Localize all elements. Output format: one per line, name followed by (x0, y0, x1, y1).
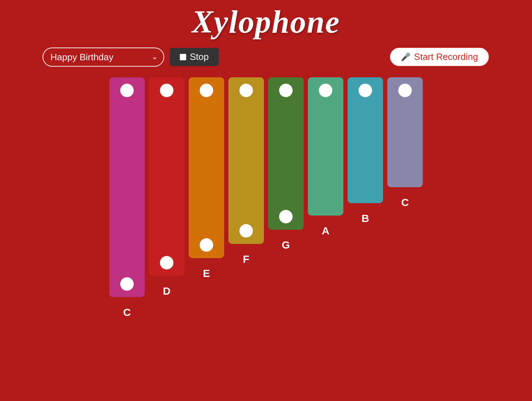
bar-dot-bottom-C1 (120, 277, 134, 291)
bar-dot-top-G (279, 84, 293, 97)
bars-container: CDEFGABC (0, 77, 532, 318)
bar-label-A: A (322, 225, 329, 237)
stop-button[interactable]: Stop (170, 48, 219, 66)
bar-C2[interactable] (387, 77, 423, 187)
stop-icon (180, 54, 186, 60)
bar-label-E: E (203, 267, 210, 279)
bar-dot-bottom-E (200, 238, 213, 252)
record-button-label: Start Recording (414, 51, 478, 62)
controls-bar: Happy BirthdayTwinkle TwinkleMary Had a … (0, 47, 532, 67)
bar-wrapper-C2: C (387, 77, 423, 208)
mic-icon: 🎤 (401, 52, 410, 62)
record-button[interactable]: 🎤 Start Recording (389, 47, 489, 67)
bar-wrapper-G: G (268, 77, 304, 251)
bar-E[interactable] (189, 77, 224, 258)
bar-wrapper-E: E (189, 77, 224, 279)
bar-D[interactable] (149, 77, 184, 276)
bar-label-C1: C (123, 306, 131, 318)
xylophone-area: CDEFGABC (0, 77, 532, 401)
bar-wrapper-F: F (228, 77, 264, 265)
bar-dot-top-D (160, 84, 173, 97)
bar-dot-top-B (359, 84, 372, 97)
bar-F[interactable] (228, 77, 264, 244)
bar-A[interactable] (308, 77, 343, 216)
bar-label-D: D (163, 285, 171, 297)
bar-dot-top-E (200, 84, 213, 97)
stop-button-label: Stop (190, 51, 209, 62)
bar-dot-top-A (319, 84, 332, 97)
app-title: Xylophone (192, 4, 340, 40)
bar-wrapper-A: A (308, 77, 343, 237)
bar-G[interactable] (268, 77, 304, 230)
bar-wrapper-C1: C (109, 77, 145, 318)
bar-label-F: F (243, 253, 249, 265)
bar-dot-top-C2 (398, 84, 412, 97)
bar-dot-top-F (239, 84, 253, 97)
bar-wrapper-D: D (149, 77, 184, 297)
bar-label-C2: C (401, 196, 409, 208)
bar-C1[interactable] (109, 77, 145, 297)
bar-wrapper-B: B (348, 77, 383, 224)
bar-dot-bottom-G (279, 210, 293, 223)
bar-dot-bottom-D (160, 256, 173, 269)
bar-dot-top-C1 (120, 84, 134, 97)
bar-dot-bottom-F (239, 224, 253, 238)
bar-label-B: B (361, 212, 369, 224)
song-select-wrapper: Happy BirthdayTwinkle TwinkleMary Had a … (43, 48, 164, 67)
song-select[interactable]: Happy BirthdayTwinkle TwinkleMary Had a … (43, 48, 164, 67)
bar-label-G: G (282, 239, 290, 251)
bar-B[interactable] (348, 77, 383, 203)
